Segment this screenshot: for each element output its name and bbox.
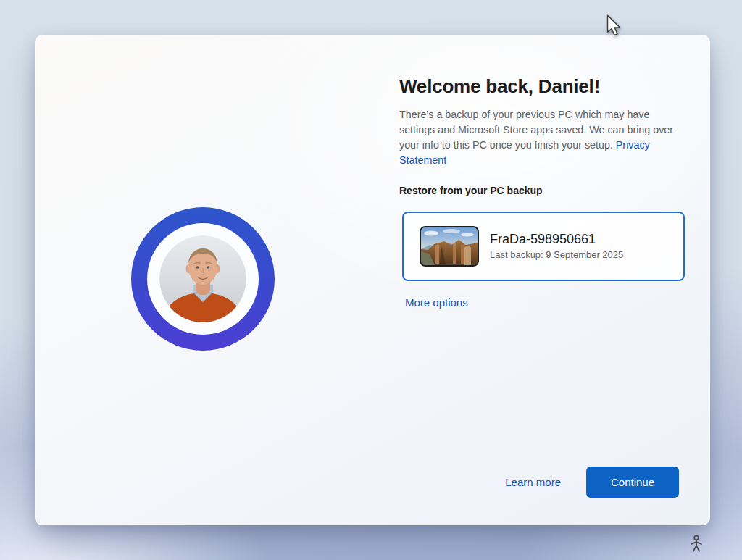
page-title: Welcome back, Daniel! [399,75,689,98]
user-avatar-ring [131,207,275,351]
dialog-footer: Learn more Continue [505,467,679,498]
user-avatar-gap [147,223,259,335]
backup-device-name: FraDa-598950661 [490,231,623,247]
mouse-cursor-icon [606,14,622,36]
oobe-dialog: Welcome back, Daniel! There’s a backup o… [35,35,710,525]
screen: Welcome back, Daniel! There’s a backup o… [0,0,742,560]
backup-card[interactable]: FraDa-598950661 Last backup: 9 September… [402,212,685,281]
continue-button[interactable]: Continue [586,467,679,498]
user-avatar-photo [159,235,246,322]
backup-last-date: Last backup: 9 September 2025 [490,248,623,262]
accessibility-icon[interactable] [688,535,705,553]
more-options-link[interactable]: More options [405,296,468,309]
learn-more-link[interactable]: Learn more [505,476,561,488]
restore-section-label: Restore from your PC backup [399,185,543,196]
backup-card-text: FraDa-598950661 Last backup: 9 September… [490,231,623,262]
intro-text: There’s a backup of your previous PC whi… [399,107,675,168]
backup-thumbnail-image [420,226,479,267]
